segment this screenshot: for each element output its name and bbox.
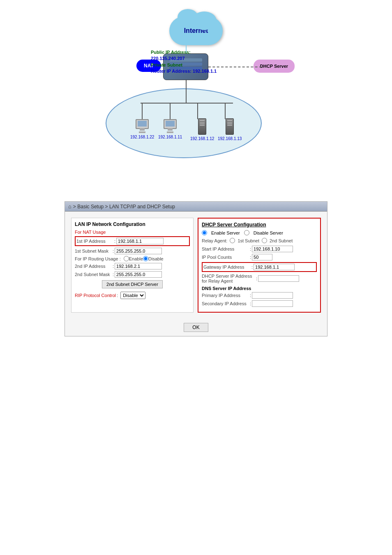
home-icon: ⌂ bbox=[68, 203, 71, 210]
client2-ip: 192.168.1.11 bbox=[158, 135, 182, 139]
dns-section-label: DNS Server IP Address bbox=[202, 286, 317, 291]
dhcp-dashed-line bbox=[208, 67, 262, 67]
first-mask-label: 1st Subnet Mask bbox=[75, 249, 112, 253]
second-ip-label: 2nd IP Address bbox=[75, 264, 112, 269]
monitor-icon-1 bbox=[136, 119, 149, 129]
server-icon-1 bbox=[198, 118, 206, 135]
dhcp-relay-ip-row: DHCP Server IP Address for Relay Agent : bbox=[202, 274, 317, 283]
dhcp-panel-title: DHCP Server Configuration bbox=[202, 222, 317, 228]
gateway-row: Gateway IP Address : bbox=[202, 262, 317, 272]
rip-select[interactable]: Disable Enable bbox=[120, 292, 145, 299]
gateway-label: Gateway IP Address bbox=[203, 265, 251, 269]
client1-line bbox=[142, 103, 143, 119]
dhcp-relay-ip-label: DHCP Server IP Address for Relay Agent bbox=[202, 274, 255, 283]
first-ip-input[interactable] bbox=[116, 238, 164, 244]
start-ip-row: Start IP Address : bbox=[202, 246, 317, 252]
first-ip-row: 1st IP Address : bbox=[75, 236, 190, 246]
public-ip-info: Public IP Address: 220.135.240.207 Priva… bbox=[151, 49, 217, 75]
diagram-container: Internet NAT DHCP Server Public IP Addre… bbox=[73, 12, 319, 185]
client2: 192.168.1.11 bbox=[158, 119, 182, 139]
monitor-stand-1 bbox=[139, 131, 145, 133]
pool-count-input[interactable] bbox=[252, 254, 272, 260]
right-panel: DHCP Server Configuration Enable Server … bbox=[198, 218, 321, 313]
routing-disable-label: Disable bbox=[148, 256, 164, 261]
client3-line bbox=[197, 103, 198, 119]
relay-1st-label: 1st Subnet bbox=[238, 238, 259, 243]
first-mask-input[interactable] bbox=[115, 248, 162, 254]
left-panel-title: LAN IP Network Configuration bbox=[75, 221, 190, 227]
config-body: LAN IP Network Configuration For NAT Usa… bbox=[65, 212, 327, 319]
relay-label: Relay Agent: bbox=[202, 238, 227, 243]
rip-label: RIP Protocol Control bbox=[75, 293, 116, 298]
dhcp-server-label: DHCP Server bbox=[260, 64, 288, 69]
first-mask-row: 1st Subnet Mask : bbox=[75, 248, 190, 254]
client1-ip: 192.168.1.22 bbox=[130, 135, 154, 139]
routing-enable-label: Enable bbox=[129, 256, 143, 261]
ok-button[interactable]: OK bbox=[184, 323, 208, 332]
client3-ip: 192.168.1.12 bbox=[190, 136, 214, 141]
start-ip-label: Start IP Address bbox=[202, 246, 249, 251]
horiz-line bbox=[141, 103, 233, 104]
dhcp-enable-row: Enable Server Disable Server bbox=[202, 230, 317, 235]
client4-ip: 192.168.1.13 bbox=[218, 136, 242, 141]
secondary-dns-row: Secondary IP Address : bbox=[202, 300, 317, 307]
first-ip-label: 1st IP Address bbox=[76, 239, 113, 244]
subnet-dhcp-button[interactable]: 2nd Subnet DHCP Server bbox=[102, 280, 163, 288]
dhcp-relay-ip-input[interactable] bbox=[258, 275, 299, 282]
secondary-dns-input[interactable] bbox=[252, 300, 293, 307]
second-mask-row: 2nd Subnet Mask : bbox=[75, 271, 190, 278]
relay-2nd-label: 2nd Subnet bbox=[270, 238, 293, 243]
diagram-section: Internet NAT DHCP Server Public IP Addre… bbox=[0, 0, 392, 193]
config-section: ⌂ > Basic Setup > LAN TCP/IP and DHCP Se… bbox=[0, 193, 392, 345]
client4-line bbox=[225, 103, 226, 119]
left-panel: LAN IP Network Configuration For NAT Usa… bbox=[71, 218, 194, 313]
subnet-button-container: 2nd Subnet DHCP Server bbox=[75, 280, 190, 288]
client2-line bbox=[170, 103, 171, 119]
breadcrumb: > Basic Setup > LAN TCP/IP and DHCP Setu… bbox=[73, 204, 175, 210]
dhcp-enable-radio[interactable] bbox=[202, 230, 207, 235]
pool-count-row: IP Pool Counts : bbox=[202, 254, 317, 260]
dhcp-server-bubble: DHCP Server bbox=[254, 60, 295, 73]
relay-2nd-radio[interactable] bbox=[262, 238, 267, 243]
gateway-input[interactable] bbox=[254, 264, 295, 270]
routing-enable-radio[interactable] bbox=[124, 256, 129, 261]
dhcp-enable-label: Enable Server bbox=[211, 230, 240, 235]
pool-count-label: IP Pool Counts bbox=[202, 255, 249, 260]
second-ip-input[interactable] bbox=[115, 263, 162, 269]
server-icon-2 bbox=[226, 118, 234, 135]
secondary-dns-label: Secondary IP Address bbox=[202, 301, 249, 306]
dhcp-disable-radio[interactable] bbox=[244, 230, 249, 235]
second-mask-label: 2nd Subnet Mask bbox=[75, 272, 112, 277]
dhcp-disable-label: Disable Server bbox=[254, 230, 283, 235]
primary-dns-label: Primary IP Address bbox=[202, 293, 249, 298]
client4: 192.168.1.13 bbox=[218, 118, 242, 141]
config-panel: ⌂ > Basic Setup > LAN TCP/IP and DHCP Se… bbox=[65, 201, 327, 336]
private-subnet-label: Private Subnet bbox=[151, 62, 217, 68]
public-ip-value: 220.135.240.207 bbox=[151, 55, 217, 62]
public-ip-label: Public IP Address: bbox=[151, 49, 217, 55]
config-titlebar: ⌂ > Basic Setup > LAN TCP/IP and DHCP Se… bbox=[65, 202, 327, 212]
ok-area: OK bbox=[65, 319, 327, 336]
second-ip-row: 2nd IP Address : bbox=[75, 263, 190, 269]
router-down-line bbox=[186, 80, 187, 103]
monitor-icon-2 bbox=[164, 119, 177, 129]
primary-dns-input[interactable] bbox=[252, 292, 293, 299]
internet-label: Internet bbox=[184, 27, 208, 35]
start-ip-input[interactable] bbox=[252, 246, 293, 252]
router-ip-label: Router IP Address: 192.168.1.1 bbox=[151, 68, 217, 74]
internet-cloud: Internet bbox=[169, 16, 223, 45]
rip-row: RIP Protocol Control : Disable Enable bbox=[75, 292, 190, 299]
monitor-stand-2 bbox=[167, 131, 173, 133]
client1: 192.168.1.22 bbox=[130, 119, 154, 139]
routing-row: For IP Routing Usage : Enable Disable bbox=[75, 256, 190, 261]
relay-1st-radio[interactable] bbox=[230, 238, 235, 243]
client3: 192.168.1.12 bbox=[190, 118, 214, 141]
primary-dns-row: Primary IP Address : bbox=[202, 292, 317, 299]
second-mask-input[interactable] bbox=[115, 271, 162, 278]
nat-section-label: For NAT Usage bbox=[75, 230, 190, 235]
routing-label: For IP Routing Usage : bbox=[75, 256, 121, 261]
routing-disable-radio[interactable] bbox=[143, 256, 148, 261]
relay-row: Relay Agent: 1st Subnet 2nd Subnet bbox=[202, 238, 317, 243]
